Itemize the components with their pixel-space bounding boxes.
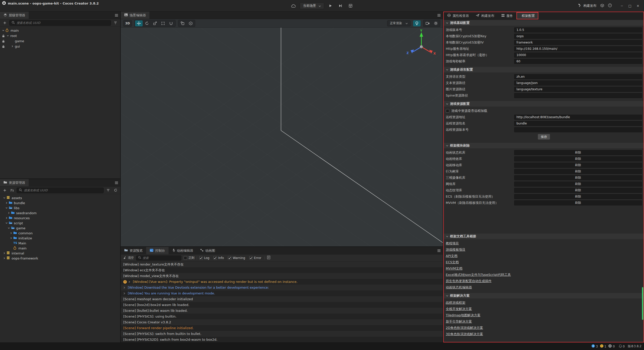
- expand-arrow[interactable]: [10, 231, 13, 235]
- config-input[interactable]: 1.0.5: [514, 27, 642, 32]
- config-input[interactable]: [514, 93, 642, 98]
- hierarchy-search[interactable]: [9, 20, 111, 26]
- solution-link[interactable]: 3D角色扮演游戏解决方案: [446, 332, 483, 336]
- help-icon[interactable]: ?: [608, 4, 612, 8]
- notification-counter[interactable]: 0: [619, 344, 625, 348]
- step-button[interactable]: [337, 3, 344, 9]
- remove-module-button[interactable]: 剔除: [514, 175, 642, 180]
- section-header-solutions[interactable]: 框架解决方案: [444, 293, 643, 298]
- config-input[interactable]: [514, 127, 642, 132]
- console-tab[interactable]: 资源预览: [121, 247, 146, 254]
- tab-scene-editor[interactable]: 场景编辑器: [121, 12, 149, 19]
- console-tab[interactable]: 动画编辑器: [169, 247, 197, 254]
- remove-module-button[interactable]: 剔除: [514, 156, 642, 161]
- expand-arrow[interactable]: [7, 34, 10, 38]
- create-node-button[interactable]: [2, 20, 8, 26]
- console-search-input[interactable]: [143, 256, 173, 260]
- tree-item[interactable]: script: [0, 221, 120, 226]
- snap-cube-button[interactable]: [187, 20, 194, 26]
- expand-arrow[interactable]: [5, 221, 9, 225]
- inspector-tab[interactable]: 构建发布: [472, 12, 498, 19]
- snap-corner-button[interactable]: [179, 20, 186, 26]
- config-input[interactable]: bundle: [514, 121, 642, 126]
- doc-link[interactable]: API文档: [446, 254, 458, 258]
- solution-link[interactable]: 战棋游戏框架: [446, 300, 465, 305]
- log-row[interactable]: ! [Window] [Vue warn]: Property "onInput…: [121, 279, 443, 285]
- section-header-language[interactable]: 游戏多语言配置: [444, 67, 643, 72]
- log-row[interactable]: [Scene] meshopt wasm decoder initialized: [121, 296, 443, 302]
- log-row[interactable]: [Scene] [PHYSICS]: using builtin.: [121, 314, 443, 319]
- sort-assets-icon[interactable]: [9, 188, 15, 193]
- tree-item[interactable]: root: [0, 33, 120, 38]
- log-detail-icon[interactable]: [267, 256, 270, 260]
- clear-console-button[interactable]: 清空: [123, 256, 134, 260]
- save-button[interactable]: 保存: [538, 134, 550, 140]
- hierarchy-search-input[interactable]: [17, 21, 109, 25]
- anchor-tool-button[interactable]: [167, 20, 175, 26]
- close-button[interactable]: ✕: [634, 3, 641, 9]
- log-filter-checkbox[interactable]: Log: [199, 256, 209, 260]
- expand-arrow[interactable]: [5, 206, 9, 210]
- current-scene-select[interactable]: 当前场景: [300, 3, 324, 9]
- solution-link[interactable]: 新手引导解决方案: [446, 319, 472, 324]
- expand-arrow[interactable]: [3, 251, 7, 255]
- assets-menu-icon[interactable]: [115, 179, 118, 187]
- log-row[interactable]: [Window] render_texture文件夹不存在: [121, 261, 443, 267]
- log-row[interactable]: [Window] You are running Vue in developm…: [121, 290, 443, 296]
- hierarchy-filter-icon[interactable]: [113, 20, 118, 26]
- expand-arrow-icon[interactable]: [123, 286, 126, 289]
- remove-module-button[interactable]: 剔除: [514, 194, 642, 199]
- info-counter[interactable]: i 3: [591, 344, 598, 348]
- doc-link[interactable]: 原生包热更新配置自动生成插件: [446, 279, 492, 283]
- expand-arrow[interactable]: [10, 236, 13, 240]
- config-input[interactable]: http://192.168.0.150/main/: [514, 46, 642, 51]
- expand-arrow[interactable]: [8, 226, 11, 230]
- tree-item[interactable]: assets: [0, 195, 120, 200]
- play-button[interactable]: [327, 3, 334, 9]
- inspector-tab[interactable]: 属性检查器: [444, 12, 472, 19]
- expand-arrow[interactable]: [3, 256, 7, 260]
- tab-hierarchy[interactable]: 层级管理器: [0, 12, 29, 19]
- create-asset-button[interactable]: [2, 188, 8, 193]
- assets-filter-icon[interactable]: [105, 188, 111, 193]
- log-row[interactable]: [Scene] Cocos Creator v3.8.2: [121, 319, 443, 325]
- tree-item[interactable]: internal: [0, 251, 120, 256]
- log-row[interactable]: [Scene] [box2d]:box2d wasm lib loaded.: [121, 302, 443, 308]
- section-header-basic[interactable]: 游戏基础配置: [444, 20, 643, 26]
- doc-link[interactable]: 游戏模板项目: [446, 247, 465, 252]
- inspector-scrollbar-thumb[interactable]: [642, 287, 643, 320]
- doc-link[interactable]: 教程项目: [446, 241, 459, 246]
- remove-module-button[interactable]: 剔除: [514, 169, 642, 174]
- log-row[interactable]: [Scene] [PHYSICS2D]: switch from box2d-w…: [121, 337, 443, 342]
- log-filter-checkbox[interactable]: Error: [249, 256, 261, 260]
- log-row[interactable]: [Window] ecs文件夹不存在: [121, 267, 443, 273]
- log-filter-checkbox[interactable]: Warning: [228, 256, 245, 260]
- config-input[interactable]: oops: [514, 34, 642, 39]
- render-mode-select[interactable]: 正常渲染: [387, 20, 411, 26]
- remove-module-button[interactable]: 剔除: [514, 150, 642, 155]
- tab-assets[interactable]: 资源管理器: [0, 179, 29, 186]
- console-tab[interactable]: >_ 控制台: [146, 247, 169, 254]
- tree-item[interactable]: gui: [0, 44, 120, 49]
- expand-arrow[interactable]: [5, 201, 9, 205]
- doc-link[interactable]: ECS文档: [446, 260, 459, 265]
- tree-item[interactable]: TS Main: [0, 241, 120, 246]
- inspector-tab[interactable]: 服务: [498, 12, 516, 19]
- remove-module-button[interactable]: 剔除: [514, 188, 642, 193]
- config-input[interactable]: language/texture: [514, 87, 642, 92]
- tree-item[interactable]: libs: [0, 205, 120, 210]
- camera-icon[interactable]: [424, 20, 431, 26]
- layout-grid-button[interactable]: [347, 3, 354, 9]
- assets-search[interactable]: [17, 188, 104, 193]
- doc-link[interactable]: MVVM文档: [446, 266, 462, 271]
- console-tab[interactable]: 动画图: [197, 247, 219, 254]
- refresh-icon[interactable]: [113, 188, 118, 193]
- section-header-resource[interactable]: 游戏资源配置: [444, 101, 643, 107]
- log-row[interactable]: [Window] Download the Vue Devtools exten…: [121, 285, 443, 290]
- mode-3d-button[interactable]: 3D: [123, 20, 132, 27]
- expand-arrow[interactable]: [8, 211, 11, 215]
- error-counter[interactable]: 0: [608, 344, 615, 348]
- config-input[interactable]: 60: [514, 59, 642, 64]
- solution-link[interactable]: 全栈开发解决方案: [446, 307, 472, 311]
- config-input[interactable]: 10000: [514, 53, 642, 58]
